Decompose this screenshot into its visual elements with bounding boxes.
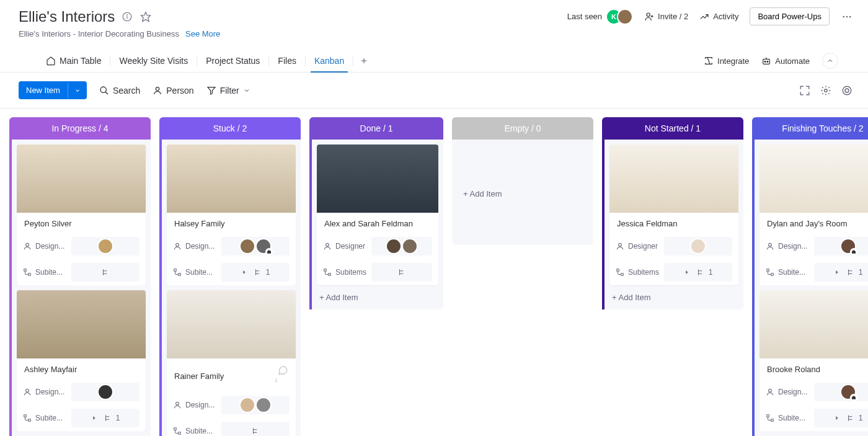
invite-button[interactable]: Invite / 2 — [644, 12, 688, 22]
column-body: Alex and Sarah FeldmanDesignerSubitems — [309, 140, 443, 285]
card-title-row: Alex and Sarah Feldman — [317, 213, 438, 233]
designer-value[interactable] — [371, 237, 432, 256]
kanban-card[interactable]: Brooke RolandDesign...Subite...1 — [760, 290, 868, 431]
column-header[interactable]: Empty / 0 — [452, 117, 593, 140]
column-header[interactable]: In Progress / 4 — [9, 117, 151, 140]
designer-value[interactable] — [221, 237, 290, 256]
info-icon[interactable] — [121, 11, 133, 23]
board-title[interactable]: Ellie's Interiors — [19, 8, 115, 25]
tab-weekly[interactable]: Weekly Site Visits — [110, 50, 197, 72]
card-wrap: Jessica FeldmanDesignerSubitems1 — [602, 140, 743, 285]
integrate-button[interactable]: Integrate — [704, 56, 749, 66]
svg-rect-52 — [329, 274, 330, 275]
more-icon[interactable] — [841, 11, 853, 23]
add-item-button[interactable]: + Add Item — [752, 431, 868, 436]
settings-icon[interactable] — [820, 84, 832, 97]
designer-value[interactable] — [814, 237, 868, 256]
card-title-row: Ashley Mayfair — [17, 358, 146, 379]
subitems-value[interactable] — [71, 263, 140, 282]
tab-project-status[interactable]: Project Status — [197, 50, 268, 72]
caret-right-icon — [834, 269, 840, 275]
integrate-icon — [704, 56, 714, 66]
svg-point-44 — [176, 402, 179, 405]
designer-value[interactable] — [664, 237, 732, 256]
automate-button[interactable]: Automate — [761, 56, 810, 66]
title-group: Ellie's Interiors — [19, 8, 152, 25]
svg-marker-33 — [93, 416, 95, 420]
designer-value[interactable] — [71, 237, 140, 256]
card-title[interactable]: Alex and Sarah Feldman — [324, 219, 413, 228]
add-item-button[interactable]: + Add Item — [602, 285, 743, 309]
add-tab-button[interactable] — [353, 51, 374, 70]
svg-point-15 — [767, 61, 768, 62]
collapse-button[interactable] — [822, 53, 838, 69]
new-item-button[interactable]: New Item — [19, 81, 87, 99]
filter-tool[interactable]: Filter — [206, 86, 250, 96]
kanban-card[interactable]: Alex and Sarah FeldmanDesignerSubitems — [317, 145, 438, 285]
svg-marker-73 — [836, 416, 838, 420]
kanban-card[interactable]: Jessica FeldmanDesignerSubitems1 — [609, 145, 738, 285]
svg-rect-39 — [179, 274, 181, 276]
kanban-card[interactable]: Peyton SilverDesign...Subite... — [17, 145, 146, 285]
person-tool[interactable]: Person — [153, 86, 193, 96]
card-title[interactable]: Jessica Feldman — [617, 219, 678, 228]
kanban-card[interactable]: Ashley MayfairDesign...Subite...1 — [17, 290, 146, 431]
card-title[interactable]: Peyton Silver — [24, 219, 72, 228]
subitems-value[interactable]: 1 — [814, 409, 868, 427]
card-image — [317, 145, 438, 213]
add-item-button[interactable]: + Add Item — [9, 431, 151, 436]
designer-value[interactable] — [814, 383, 868, 401]
card-image — [609, 145, 738, 213]
last-seen[interactable]: Last seen K — [567, 9, 633, 25]
svg-point-7 — [843, 16, 844, 17]
column-header[interactable]: Finishing Touches / 2 — [752, 117, 868, 140]
new-item-caret[interactable] — [68, 83, 87, 98]
card-title[interactable]: Brooke Roland — [767, 365, 820, 374]
powerups-button[interactable]: Board Power-Ups — [750, 7, 830, 25]
designer-value[interactable] — [221, 396, 290, 414]
fullscreen-icon[interactable] — [799, 84, 811, 97]
subitems-value[interactable] — [221, 422, 290, 436]
search-tool[interactable]: Search — [99, 86, 140, 96]
kanban-card[interactable]: Rainer Family1Design...Subite... — [167, 290, 296, 436]
tab-main-table[interactable]: Main Table — [37, 50, 110, 72]
chat-icon[interactable]: 1 — [277, 365, 288, 387]
subitems-value[interactable]: 1 — [814, 263, 868, 282]
tab-kanban[interactable]: Kanban — [306, 50, 353, 72]
robot-icon — [761, 56, 771, 66]
card-title-row: Halsey Family — [167, 213, 296, 233]
svg-line-12 — [707, 58, 710, 65]
column-header[interactable]: Stuck / 2 — [159, 117, 301, 140]
subitems-value[interactable]: 1 — [221, 263, 290, 282]
see-more-link[interactable]: See More — [185, 29, 220, 38]
help-icon[interactable] — [841, 84, 853, 97]
subitems-label: Subitems — [616, 268, 659, 277]
activity-label: Activity — [713, 12, 738, 21]
subitem-count: 1 — [859, 414, 863, 422]
column-header[interactable]: Not Started / 1 — [602, 117, 743, 140]
kanban-card[interactable]: Halsey FamilyDesign...Subite...1 — [167, 145, 296, 285]
add-item-button[interactable]: + Add Item — [452, 140, 593, 198]
card-title[interactable]: Dylan and Jay's Room — [767, 219, 848, 228]
star-icon[interactable] — [140, 11, 152, 23]
card-title[interactable]: Ashley Mayfair — [24, 365, 77, 374]
activity-button[interactable]: Activity — [699, 12, 738, 22]
card-wrap: Rainer Family1Design...Subite... — [159, 285, 301, 436]
svg-rect-65 — [771, 274, 774, 276]
designer-value[interactable] — [71, 383, 140, 401]
kanban-card[interactable]: Dylan and Jay's RoomDesign...Subite...1 — [760, 145, 868, 285]
home-badge-icon — [850, 248, 857, 256]
designer-row: Designer — [317, 233, 438, 259]
designer-label: Design... — [766, 388, 809, 396]
column-header[interactable]: Done / 1 — [309, 117, 443, 140]
tab-files[interactable]: Files — [269, 50, 305, 72]
svg-rect-38 — [174, 269, 177, 272]
card-title[interactable]: Halsey Family — [174, 219, 225, 228]
subitems-row: Subite...1 — [760, 405, 868, 431]
subitems-value[interactable] — [371, 263, 432, 282]
card-title[interactable]: Rainer Family — [174, 371, 224, 381]
subitems-value[interactable]: 1 — [664, 263, 732, 282]
svg-point-30 — [26, 389, 29, 392]
subitems-value[interactable]: 1 — [71, 409, 140, 427]
add-item-button[interactable]: + Add Item — [309, 285, 443, 309]
